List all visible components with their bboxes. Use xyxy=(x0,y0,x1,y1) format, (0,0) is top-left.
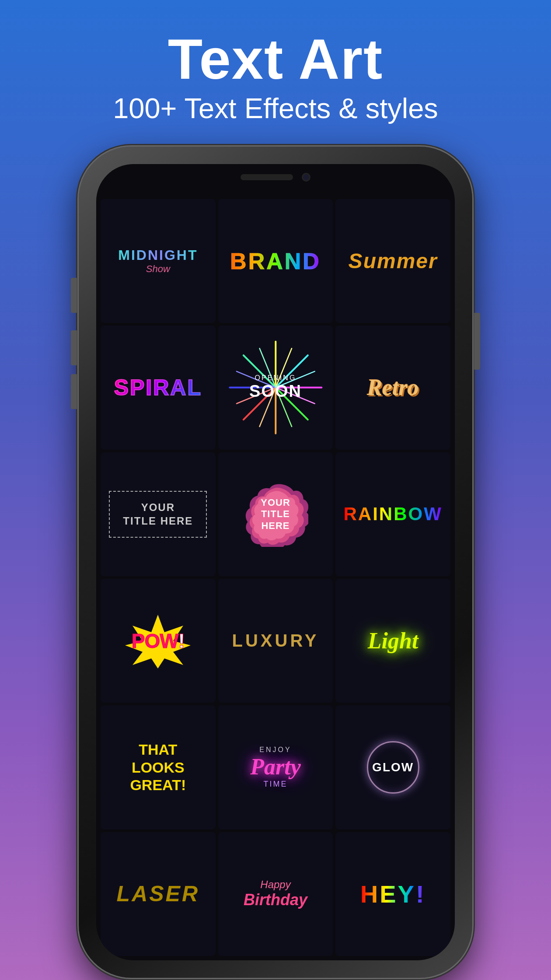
tiles-grid: MIDNIGHT Show BRAND Summer SPIRAL xyxy=(96,195,455,960)
light-text: Light xyxy=(368,628,418,654)
phone-frame: MIDNIGHT Show BRAND Summer SPIRAL xyxy=(79,147,472,978)
tile-pow[interactable]: POW! xyxy=(101,579,216,703)
title-box: YOURTITLE HERE xyxy=(109,491,207,537)
tile-spiral[interactable]: SPIRAL xyxy=(101,326,216,449)
midnight-line1: MIDNIGHT xyxy=(118,247,198,263)
app-header: Text Art 100+ Text Effects & styles xyxy=(113,0,438,138)
soon-label: SOON xyxy=(249,382,302,401)
tile-party[interactable]: ENJOY Party TIME xyxy=(218,705,333,829)
notch-speaker xyxy=(241,174,293,180)
tile-midnight-show[interactable]: MIDNIGHT Show xyxy=(101,199,216,323)
tile-hey[interactable]: HEY! xyxy=(335,832,450,956)
brand-text: BRAND xyxy=(230,248,321,274)
tile-summer[interactable]: Summer xyxy=(335,199,450,323)
birthday-happy: Happy xyxy=(260,878,290,891)
app-title: Text Art xyxy=(113,26,438,92)
notch-camera xyxy=(302,173,310,182)
glow-text: GLOW xyxy=(372,760,414,774)
great-text: THATLOOKSGREAT! xyxy=(130,741,186,794)
retro-text: Retro xyxy=(367,374,418,400)
tile-your-title-dotted[interactable]: YOURTITLE HERE xyxy=(101,452,216,576)
spiral-text: SPIRAL xyxy=(114,375,202,400)
tile-opening-soon[interactable]: OPENING SOON xyxy=(218,326,333,449)
tile-luxury[interactable]: LUXURY xyxy=(218,579,333,703)
tile-that-looks-great[interactable]: THATLOOKSGREAT! xyxy=(101,705,216,829)
phone-screen: MIDNIGHT Show BRAND Summer SPIRAL xyxy=(96,164,455,960)
pow-text: POW! xyxy=(132,629,185,653)
phone-notch xyxy=(214,164,337,190)
tile-retro[interactable]: Retro xyxy=(335,326,450,449)
midnight-line2: Show xyxy=(146,263,170,275)
app-subtitle: 100+ Text Effects & styles xyxy=(113,92,438,125)
rainbow-text: RAINBOW xyxy=(344,504,443,525)
luxury-text: LUXURY xyxy=(232,631,319,651)
splash-title-text: YOURTITLEHERE xyxy=(261,497,290,532)
party-enjoy-text: ENJOY xyxy=(259,746,291,754)
laser-text: LASER xyxy=(117,881,199,906)
tile-glow[interactable]: GLOW xyxy=(335,705,450,829)
party-time-text: TIME xyxy=(263,780,287,789)
tile-happy-birthday[interactable]: Happy Birthday xyxy=(218,832,333,956)
your-title-text: YOURTITLE HERE xyxy=(123,500,193,528)
opening-label: OPENING xyxy=(249,374,302,382)
birthday-text: Birthday xyxy=(244,891,307,909)
party-text: Party xyxy=(250,754,301,780)
phone-mockup: MIDNIGHT Show BRAND Summer SPIRAL xyxy=(79,147,472,978)
hey-text: HEY! xyxy=(360,880,426,908)
opening-soon-text: OPENING SOON xyxy=(249,374,302,401)
pow-container: POW! xyxy=(123,612,193,669)
summer-text: Summer xyxy=(349,249,438,273)
tile-light[interactable]: Light xyxy=(335,579,450,703)
tile-laser[interactable]: LASER xyxy=(101,832,216,956)
tile-brand[interactable]: BRAND xyxy=(218,199,333,323)
glow-circle: GLOW xyxy=(367,741,419,794)
tile-rainbow[interactable]: RAINBOW xyxy=(335,452,450,576)
tile-your-title-splash[interactable]: YOURTITLEHERE xyxy=(218,452,333,576)
